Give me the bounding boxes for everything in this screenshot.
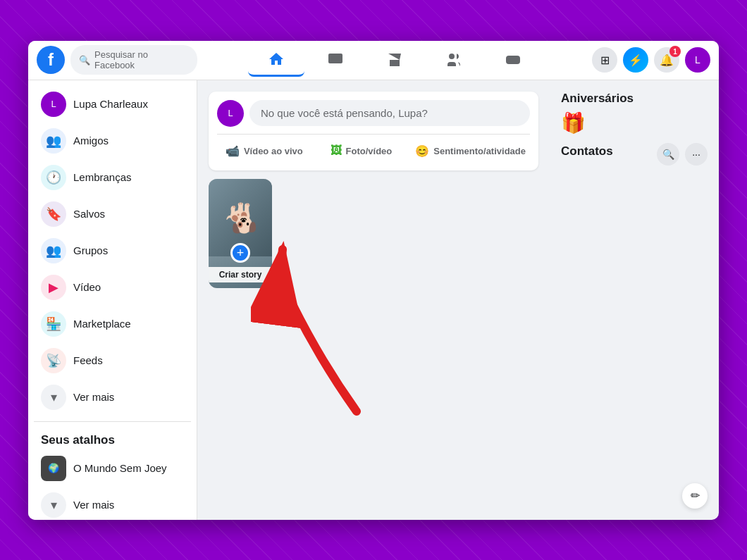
create-story-card[interactable]: + Criar story [209, 179, 272, 288]
marketplace-icon: 🏪 [41, 311, 66, 337]
birthdays-title: Aniversários [561, 92, 708, 106]
memories-label: Lembranças [73, 171, 132, 183]
menu-button[interactable]: ⊞ [592, 47, 617, 73]
profile-avatar[interactable]: L [685, 47, 710, 73]
contacts-search-icon: 🔍 [662, 149, 674, 160]
saved-label: Salvos [73, 208, 105, 220]
groups-label: Grupos [73, 244, 108, 256]
contacts-more-button[interactable]: ··· [685, 143, 708, 166]
sidebar-item-see-more[interactable]: ▾ Ver mais [34, 379, 191, 416]
sidebar-item-friends[interactable]: 👥 Amigos [34, 123, 191, 159]
sidebar-item-video[interactable]: ▶ Vídeo [34, 269, 191, 306]
search-icon: 🔍 [79, 55, 90, 66]
edit-button[interactable]: ✏ [682, 483, 708, 509]
svg-rect-0 [328, 54, 342, 63]
post-box: L No que você está pensando, Lupa? 📹 Víd… [209, 92, 538, 170]
edit-icon: ✏ [691, 489, 700, 502]
saved-icon: 🔖 [41, 201, 66, 227]
emoji-icon: 😊 [415, 144, 429, 158]
user-avatar: L [41, 92, 66, 117]
friends-icon: 👥 [41, 128, 66, 154]
groups-icon: 👥 [41, 238, 66, 263]
messenger-icon: ⚡ [629, 54, 643, 67]
svg-point-2 [397, 65, 399, 66]
search-placeholder: Pesquisar no Facebook [94, 49, 189, 70]
sidebar-item-user[interactable]: L Lupa Charleaux [34, 86, 191, 123]
plus-icon: + [237, 247, 245, 259]
see-more-shortcuts-icon: ▾ [41, 492, 66, 518]
story-area: + Criar story [209, 179, 538, 288]
story-card-inner: + Criar story [209, 179, 272, 288]
sidebar-item-saved[interactable]: 🔖 Salvos [34, 196, 191, 232]
facebook-logo: f [37, 46, 65, 74]
video-label: Vídeo [73, 281, 101, 293]
feeds-icon: 📡 [41, 348, 66, 373]
sidebar-item-feeds[interactable]: 📡 Feeds [34, 342, 191, 379]
header-nav [203, 43, 586, 77]
svg-point-1 [392, 65, 393, 66]
post-actions: 📹 Vídeo ao vivo 🖼 Foto/vídeo 😊 Sentiment… [217, 134, 530, 162]
sidebar-item-memories[interactable]: 🕐 Lembranças [34, 159, 191, 196]
live-video-button[interactable]: 📹 Vídeo ao vivo [217, 140, 311, 162]
header-left: f 🔍 Pesquisar no Facebook [37, 45, 197, 75]
photo-video-button[interactable]: 🖼 Foto/vídeo [314, 140, 409, 162]
sidebar-item-shortcut-0[interactable]: 🌍 O Mundo Sem Joey [34, 450, 191, 487]
see-more-icon: ▾ [41, 385, 66, 410]
live-video-icon: 📹 [226, 144, 240, 158]
memories-icon: 🕐 [41, 165, 66, 190]
svg-point-3 [449, 54, 455, 59]
body: L Lupa Charleaux 👥 Amigos 🕐 Lembranças 🔖… [28, 80, 719, 520]
browser-window: f 🔍 Pesquisar no Facebook [28, 41, 719, 520]
sidebar-item-marketplace[interactable]: 🏪 Marketplace [34, 306, 191, 342]
right-panel: Aniversários 🎁 Contatos 🔍 ··· ✏ [550, 80, 719, 520]
search-box[interactable]: 🔍 Pesquisar no Facebook [70, 45, 197, 75]
sidebar-item-groups[interactable]: 👥 Grupos [34, 232, 191, 269]
grid-icon: ⊞ [600, 54, 610, 67]
nav-home[interactable] [248, 43, 304, 77]
notification-badge: 1 [669, 46, 681, 57]
story-section: + Criar story [209, 179, 538, 288]
sidebar: L Lupa Charleaux 👥 Amigos 🕐 Lembranças 🔖… [28, 80, 197, 520]
contacts-search-button[interactable]: 🔍 [657, 143, 679, 166]
photo-label: Foto/vídeo [346, 146, 393, 156]
nav-marketplace[interactable] [366, 43, 423, 77]
shortcut-label: O Mundo Sem Joey [73, 462, 167, 474]
feeds-label: Feeds [73, 354, 103, 366]
live-video-label: Vídeo ao vivo [244, 146, 303, 156]
friends-label: Amigos [73, 135, 109, 147]
post-input-row: L No que você está pensando, Lupa? [217, 100, 530, 127]
contacts-icons: 🔍 ··· [657, 143, 708, 166]
sidebar-divider [34, 421, 191, 422]
story-label: Criar story [209, 267, 272, 282]
feeling-button[interactable]: 😊 Sentimento/atividade [411, 140, 530, 162]
feeling-label: Sentimento/atividade [433, 146, 526, 156]
see-more-label: Ver mais [73, 391, 114, 403]
contacts-title: Contatos [561, 144, 613, 158]
nav-friends[interactable] [426, 43, 482, 77]
shortcut-avatar: 🌍 [41, 456, 66, 481]
header-right: ⊞ ⚡ 🔔 1 L [592, 47, 710, 73]
messenger-button[interactable]: ⚡ [623, 47, 648, 73]
gift-icon: 🎁 [561, 111, 586, 135]
contacts-row: Contatos 🔍 ··· [561, 143, 708, 166]
svg-rect-4 [506, 56, 520, 64]
video-icon: ▶ [41, 275, 66, 300]
story-add-button[interactable]: + [230, 243, 250, 263]
main-content: L No que você está pensando, Lupa? 📹 Víd… [197, 80, 550, 520]
profile-initial: L [695, 54, 700, 66]
shortcuts-title: Seus atalhos [34, 428, 191, 450]
post-avatar: L [217, 100, 244, 127]
header: f 🔍 Pesquisar no Facebook [28, 41, 719, 80]
marketplace-label: Marketplace [73, 318, 131, 330]
notifications-button[interactable]: 🔔 1 [654, 47, 679, 73]
photo-icon: 🖼 [331, 144, 342, 157]
nav-watch[interactable] [307, 43, 364, 77]
sidebar-item-see-more-shortcuts[interactable]: ▾ Ver mais [34, 487, 191, 520]
see-more-shortcuts-label: Ver mais [73, 499, 114, 511]
birthday-row: 🎁 [561, 111, 708, 135]
post-input[interactable]: No que você está pensando, Lupa? [249, 100, 530, 126]
user-name: Lupa Charleaux [73, 98, 148, 110]
nav-gaming[interactable] [485, 43, 541, 77]
contacts-more-icon: ··· [692, 149, 700, 160]
